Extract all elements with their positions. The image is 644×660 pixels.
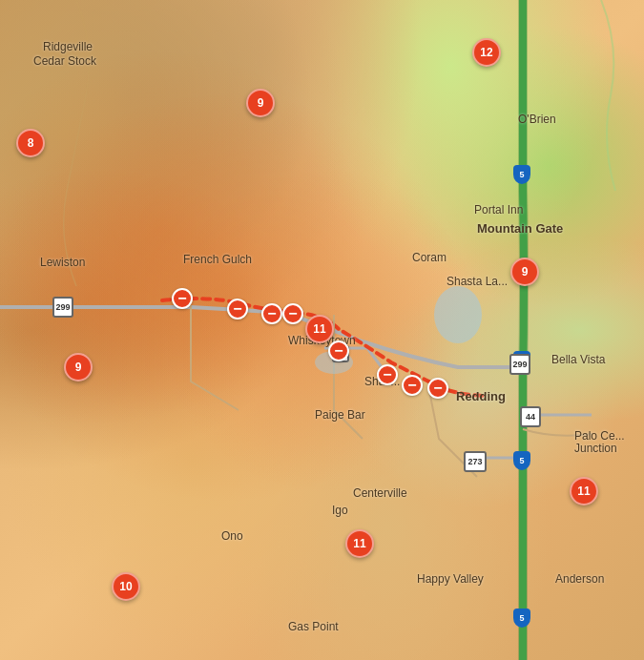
svg-point-0 <box>434 286 482 343</box>
shield-299-west: 299 <box>52 297 73 318</box>
cluster-11-right[interactable]: 11 <box>570 477 598 505</box>
shield-i5-south: 5 <box>513 451 530 470</box>
label-paige-bar: Paige Bar <box>315 408 365 422</box>
label-ono: Ono <box>221 529 243 543</box>
closure-6[interactable]: − <box>377 364 398 385</box>
cluster-9-top[interactable]: 9 <box>246 89 275 117</box>
label-palo-cedro: Palo Ce... <box>574 429 625 443</box>
label-coram: Coram <box>412 251 447 264</box>
closure-7[interactable]: − <box>402 375 423 396</box>
cluster-9-left[interactable]: 9 <box>64 353 93 382</box>
shield-44: 44 <box>520 406 541 427</box>
label-portal-inn: Portal Inn <box>474 203 523 217</box>
label-bella-vista: Bella Vista <box>551 353 605 366</box>
shield-299-east: 299 <box>509 354 530 375</box>
cluster-8[interactable]: 8 <box>16 129 45 157</box>
label-junction: Junction <box>574 442 617 455</box>
closure-2[interactable]: − <box>227 299 248 320</box>
label-lewiston: Lewiston <box>40 256 85 269</box>
cluster-11-whis[interactable]: 11 <box>305 315 334 343</box>
label-gas-point: Gas Point <box>288 620 339 633</box>
map-container: Ridgeville Cedar Stock Lewiston French G… <box>0 0 644 660</box>
closure-4[interactable]: − <box>282 303 303 324</box>
closure-3[interactable]: − <box>261 303 282 324</box>
cluster-11-bottom[interactable]: 11 <box>345 529 374 558</box>
label-cedar-stock: Cedar Stock <box>33 54 96 68</box>
label-centerville: Centerville <box>353 486 407 500</box>
cluster-9-shasta[interactable]: 9 <box>510 258 539 286</box>
closure-5[interactable]: − <box>328 340 349 361</box>
label-shasta-lake: Shasta La... <box>447 275 508 288</box>
label-mountain-gate: Mountain Gate <box>477 221 563 236</box>
shield-i5-north: 5 <box>513 165 530 184</box>
shield-273: 273 <box>464 451 487 472</box>
label-obrien: O'Brien <box>518 113 556 126</box>
label-french-gulch: French Gulch <box>183 253 252 266</box>
closure-1[interactable]: − <box>172 288 193 309</box>
closure-8[interactable]: − <box>427 378 448 399</box>
label-igo: Igo <box>332 504 348 517</box>
label-ridgeville: Ridgeville <box>43 40 93 53</box>
shield-i5-bottom: 5 <box>513 608 530 628</box>
label-happy-valley: Happy Valley <box>417 572 484 586</box>
cluster-12[interactable]: 12 <box>472 38 501 67</box>
label-redding: Redding <box>456 389 506 403</box>
label-anderson: Anderson <box>555 572 604 586</box>
cluster-10[interactable]: 10 <box>112 572 140 601</box>
